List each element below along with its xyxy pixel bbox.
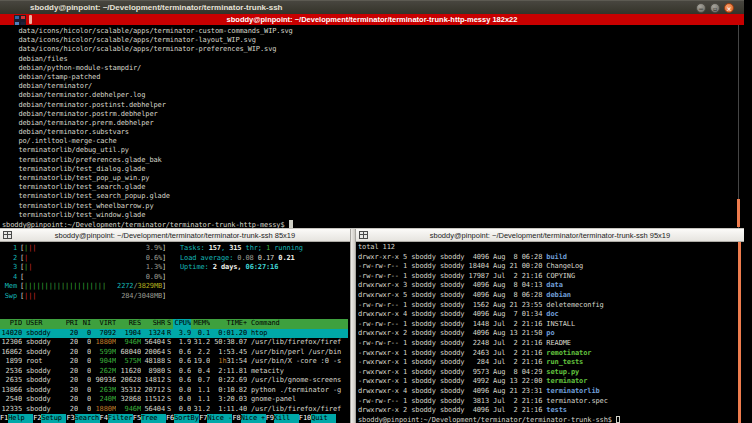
text-segment: running [270,244,303,252]
fkey-help[interactable]: Help [8,414,33,423]
terminal-pane-htop[interactable]: 1[|||3.9%]2[|0.6%]3[||1.3%]4[0.0%]Mem[||… [0,242,350,423]
fkey-setup[interactable]: Setup [41,414,66,423]
window-titlebar[interactable]: sboddy@pinpoint: ~/Development/terminato… [0,0,744,14]
cell: 32868 [116,395,141,405]
htop-row[interactable]: 1899root200904M575M48188S0.619.01h31:54/… [0,357,348,367]
text-segment: , [221,244,229,252]
fkey-filter[interactable]: Filter [108,414,133,423]
cell: 56404 [141,338,165,348]
cell: 262M [91,367,116,377]
output-line: terminatorlib/preferences.glade_bak [2,156,744,165]
minimize-button[interactable]: − [696,3,706,13]
cell: 20712 [141,386,165,396]
ls-filename: doc [546,310,558,318]
window-grid-icon[interactable] [3,231,12,239]
cell: 8980 [141,367,165,377]
ls-row: -rw-rw-r-- 1 sboddy sboddy 18404 Aug 21 … [358,262,744,272]
fkey-nice[interactable]: Nice - [207,414,232,423]
output-line: terminatorlib/test_search.glade [2,183,744,192]
ls-row: -rwxrwxr-x 1 sboddy sboddy 4992 Aug 13 2… [358,377,744,387]
ls-row: -rw-rw-r-- 1 sboddy sboddy 3813 Jul 2 21… [358,397,744,407]
meter-value: 3.9% [146,244,162,254]
text-segment: Load average: [180,254,237,262]
maximize-button[interactable]: ▫ [710,3,720,13]
cell: 3:20.03 [210,395,247,405]
terminal-pane-ls[interactable]: total 112 drwxr-xr-x 5 sboddy sboddy 409… [356,242,744,423]
meter-bars: ||| [24,292,36,302]
ls-row: -rw-rw-r-- 1 sboddy sboddy 17987 Jul 2 2… [358,272,744,282]
fkey-number: F3 [66,414,74,423]
scrollbar-thumb-top[interactable] [737,199,740,227]
fkey-quit[interactable]: Quit [311,414,336,423]
htop-row[interactable]: 13866sboddy200263M3531220712S0.01.10:10.… [0,386,348,396]
block-cursor [289,220,293,228]
text-segment: 0.08 [237,254,257,262]
column-header-mem[interactable]: MEM% [191,319,210,329]
cell: sboddy [22,329,64,339]
htop-row[interactable]: 2536sboddy200262M116208980S0.60.42:11.81… [0,367,348,377]
scrollbar-track-top[interactable] [738,25,739,228]
meter-bars: |||||||||||||||||||| [24,282,106,292]
htop-meter: 4[0.0%] [2,273,350,283]
cell: 31.2 [191,338,210,348]
column-header-pid[interactable]: PID [0,319,22,329]
column-header-user[interactable]: USER [22,319,64,329]
meter-label: 3 [2,263,17,273]
output-line: debian/stamp-patched [2,73,744,82]
column-header-time[interactable]: TIME+ [210,319,247,329]
fkey-search[interactable]: Search [75,414,100,423]
cell: 0.1 [191,329,210,339]
terminal-titlebar-right[interactable]: sboddy@pinpoint: ~/Development/terminato… [356,229,744,242]
ls-row: -rw-rw-r-- 1 sboddy sboddy 1562 Aug 21 2… [358,301,744,311]
cell: 0.6 [173,348,191,358]
htop-header-row: PIDUSERPRINIVIRTRESSHRSCPU%MEM%TIME+Comm… [0,319,348,329]
fkey-tree[interactable]: Tree [141,414,166,423]
column-header-s[interactable]: S [165,319,173,329]
meter-body: 0.0% [24,273,162,283]
htop-row[interactable]: 12306sboddy2001880M946M56404S1.931.250:3… [0,338,348,348]
column-header-ni[interactable]: NI [78,319,91,329]
column-header-virt[interactable]: VIRT [91,319,116,329]
meter-bars: || [24,263,32,273]
terminal-title-right: sboddy@pinpoint: ~/Development/terminato… [430,231,670,240]
shell-prompt-top: sboddy@pinpoint:~/Development/terminator… [2,220,744,228]
scrollbar-thumb-right[interactable] [738,242,741,423]
ls-meta: -rw-rw-r-- 1 sboddy sboddy 1448 Jul 2 21… [358,320,546,328]
column-header-pri[interactable]: PRI [64,319,78,329]
htop-row[interactable]: 14020sboddy200709219041324R3.90.10:01.20… [0,329,348,339]
cell: 240M [91,395,116,405]
terminal-titlebar-left[interactable]: sboddy@pinpoint: ~/Development/terminato… [0,229,350,242]
cell: 599M [91,348,116,358]
ls-meta: -rw-rw-r-- 1 sboddy sboddy 17987 Jul 2 2… [358,272,546,280]
terminal-pane-top[interactable]: data/icons/hicolor/scalable/apps/termina… [0,25,744,228]
cell: S [165,395,173,405]
column-header-command[interactable]: Command [247,319,348,329]
fkey-kill[interactable]: Kill [274,414,299,423]
cell: python ./terminator -g [247,386,348,396]
text-segment: thr; [241,244,266,252]
cell: 20064 [141,348,165,358]
htop-row[interactable]: 2540sboddy200240M3286811512S0.01.13:20.0… [0,395,348,405]
text-segment: 3.9% [146,244,162,252]
cell: 20 [64,395,78,405]
htop-row[interactable]: 2635sboddy200909362062814812S0.60.70:22.… [0,376,348,386]
cell: 20 [64,338,78,348]
terminal-titlebar-top[interactable]: sboddy@pinpoint: ~/Development/terminato… [0,14,744,25]
fkey-nice[interactable]: Nice + [241,414,266,423]
cell: 0.6 [173,376,191,386]
cell: 0:01.20 [210,329,247,339]
fkey-sortby[interactable]: SortBy [174,414,199,423]
cell: sboddy [22,386,64,396]
ls-filename: run_tests [546,358,583,366]
text-segment: 1h [218,357,226,365]
htop-row[interactable]: 16862sboddy200599M6804020064S0.62.21:53.… [0,348,348,358]
column-header-shr[interactable]: SHR [141,319,165,329]
close-button[interactable]: × [724,3,734,13]
ls-row: drwxrwxr-x 2 sboddy sboddy 4096 Aug 13 2… [358,329,744,339]
window-grid-icon[interactable] [359,231,368,239]
cell: root [22,357,64,367]
column-header-res[interactable]: RES [116,319,141,329]
column-header-cpu[interactable]: CPU% [173,319,191,329]
cell: 263M [91,386,116,396]
htop-info-line: Load average: 0.08 0.17 0.21 [180,254,303,264]
